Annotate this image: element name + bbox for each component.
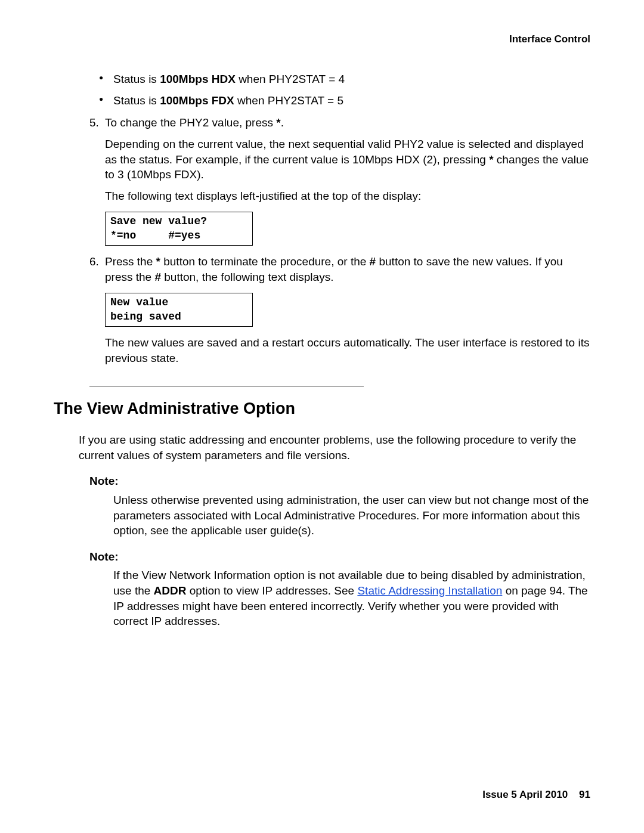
step-number: 5. [89, 115, 105, 131]
step-body: To change the PHY2 value, press *. [105, 115, 590, 131]
footer-issue: Issue 5 April 2010 [482, 789, 568, 800]
note-label: Note: [89, 473, 590, 489]
step-6: 6. Press the * button to terminate the p… [89, 254, 590, 284]
step-6-para-2: The new values are saved and a restart o… [105, 335, 590, 366]
text: Status is [113, 94, 160, 107]
note-body: If the View Network Information option i… [113, 568, 590, 629]
text: when PHY2STAT = 4 [236, 73, 345, 85]
text: option to view IP addresses. See [187, 584, 358, 597]
section-intro: If you are using static addressing and e… [79, 432, 590, 463]
text-bold: * [156, 255, 160, 268]
text: Press the [105, 255, 156, 268]
list-item: Status is 100Mbps FDX when PHY2STAT = 5 [113, 93, 590, 109]
list-item: Status is 100Mbps HDX when PHY2STAT = 4 [113, 72, 590, 87]
text-bold: * [276, 116, 280, 129]
document-page: Interface Control Status is 100Mbps HDX … [0, 0, 644, 833]
footer-page-number: 91 [579, 789, 590, 800]
text: . [281, 116, 284, 129]
text: To change the PHY2 value, press [105, 116, 276, 129]
code-new-value-saved: New value being saved [105, 293, 253, 327]
step-5-para-3: The following text displays left-justifi… [105, 188, 590, 204]
code-save-new-value: Save new value? *=no #=yes [105, 212, 253, 246]
text: button to terminate the procedure, or th… [160, 255, 370, 268]
text-bold: * [489, 153, 493, 166]
section-divider [89, 386, 364, 387]
text-bold: # [154, 271, 161, 283]
text: button, the following text displays. [161, 271, 333, 283]
step-body: Press the * button to terminate the proc… [105, 254, 590, 284]
step-number: 6. [89, 254, 105, 284]
text: when PHY2STAT = 5 [234, 94, 343, 107]
running-head: Interface Control [54, 33, 590, 47]
status-bullet-list: Status is 100Mbps HDX when PHY2STAT = 4 … [89, 72, 590, 108]
body-content: Status is 100Mbps HDX when PHY2STAT = 4 … [54, 72, 590, 629]
step-5: 5. To change the PHY2 value, press *. [89, 115, 590, 131]
text-bold: ADDR [154, 584, 187, 597]
text-bold: 100Mbps FDX [160, 94, 234, 107]
page-footer: Issue 5 April 2010 91 [482, 788, 590, 802]
step-5-para-2: Depending on the current value, the next… [105, 137, 590, 182]
section-heading: The View Administrative Option [54, 398, 590, 419]
text-bold: 100Mbps HDX [160, 73, 236, 85]
link-static-addressing[interactable]: Static Addressing Installation [357, 584, 502, 597]
note-body: Unless otherwise prevented using adminis… [113, 493, 590, 538]
note-label: Note: [89, 549, 590, 565]
text: Status is [113, 73, 160, 85]
text-bold: # [370, 255, 376, 268]
